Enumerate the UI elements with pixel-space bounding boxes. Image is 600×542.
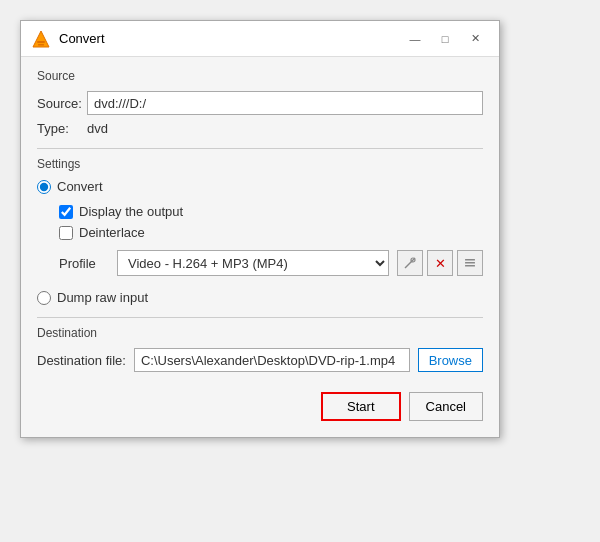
profile-row: Profile Video - H.264 + MP3 (MP4) Video … bbox=[59, 250, 483, 276]
settings-section-label: Settings bbox=[37, 157, 483, 171]
deinterlace-row: Deinterlace bbox=[59, 225, 483, 240]
start-button[interactable]: Start bbox=[321, 392, 400, 421]
divider-1 bbox=[37, 148, 483, 149]
title-buttons: — □ ✕ bbox=[401, 29, 489, 49]
profile-buttons: ✕ bbox=[397, 250, 483, 276]
delete-icon: ✕ bbox=[435, 256, 446, 271]
svg-rect-8 bbox=[465, 265, 475, 267]
profile-select[interactable]: Video - H.264 + MP3 (MP4) Video - H.265 … bbox=[117, 250, 389, 276]
source-row: Source: bbox=[37, 91, 483, 115]
type-value: dvd bbox=[87, 121, 108, 136]
vlc-icon bbox=[31, 29, 51, 49]
convert-radio-row: Convert bbox=[37, 179, 483, 194]
convert-window: Convert — □ ✕ Source Source: Type: dvd S… bbox=[20, 20, 500, 438]
svg-rect-1 bbox=[37, 41, 45, 43]
list-icon bbox=[463, 256, 477, 270]
convert-radio[interactable] bbox=[37, 180, 51, 194]
destination-section: Destination Destination file: Browse bbox=[37, 326, 483, 372]
profile-settings-button[interactable] bbox=[457, 250, 483, 276]
type-label: Type: bbox=[37, 121, 87, 136]
dump-radio[interactable] bbox=[37, 291, 51, 305]
window-content: Source Source: Type: dvd Settings Conver… bbox=[21, 57, 499, 437]
source-label: Source: bbox=[37, 96, 87, 111]
deinterlace-label: Deinterlace bbox=[79, 225, 145, 240]
svg-rect-6 bbox=[465, 259, 475, 261]
close-button[interactable]: ✕ bbox=[461, 29, 489, 49]
convert-radio-label: Convert bbox=[57, 179, 103, 194]
display-output-label: Display the output bbox=[79, 204, 183, 219]
type-row: Type: dvd bbox=[37, 121, 483, 136]
browse-button[interactable]: Browse bbox=[418, 348, 483, 372]
cancel-button[interactable]: Cancel bbox=[409, 392, 483, 421]
delete-profile-button[interactable]: ✕ bbox=[427, 250, 453, 276]
source-section-label: Source bbox=[37, 69, 483, 83]
destination-section-label: Destination bbox=[37, 326, 483, 340]
source-section: Source Source: Type: dvd bbox=[37, 69, 483, 136]
svg-rect-2 bbox=[38, 44, 44, 46]
minimize-button[interactable]: — bbox=[401, 29, 429, 49]
maximize-button[interactable]: □ bbox=[431, 29, 459, 49]
window-title: Convert bbox=[59, 31, 105, 46]
wrench-icon bbox=[403, 256, 417, 270]
dest-file-label: Destination file: bbox=[37, 353, 126, 368]
dump-radio-row: Dump raw input bbox=[37, 290, 483, 305]
display-output-checkbox[interactable] bbox=[59, 205, 73, 219]
deinterlace-checkbox[interactable] bbox=[59, 226, 73, 240]
display-output-row: Display the output bbox=[59, 204, 483, 219]
edit-profile-button[interactable] bbox=[397, 250, 423, 276]
divider-2 bbox=[37, 317, 483, 318]
dump-radio-label: Dump raw input bbox=[57, 290, 148, 305]
svg-rect-7 bbox=[465, 262, 475, 264]
destination-row: Destination file: Browse bbox=[37, 348, 483, 372]
checkbox-group: Display the output Deinterlace bbox=[59, 204, 483, 240]
title-bar: Convert — □ ✕ bbox=[21, 21, 499, 57]
title-bar-left: Convert bbox=[31, 29, 105, 49]
dest-file-input[interactable] bbox=[134, 348, 410, 372]
settings-section: Settings Convert Display the output Dein… bbox=[37, 157, 483, 305]
source-input[interactable] bbox=[87, 91, 483, 115]
action-buttons: Start Cancel bbox=[37, 384, 483, 425]
profile-label: Profile bbox=[59, 256, 109, 271]
